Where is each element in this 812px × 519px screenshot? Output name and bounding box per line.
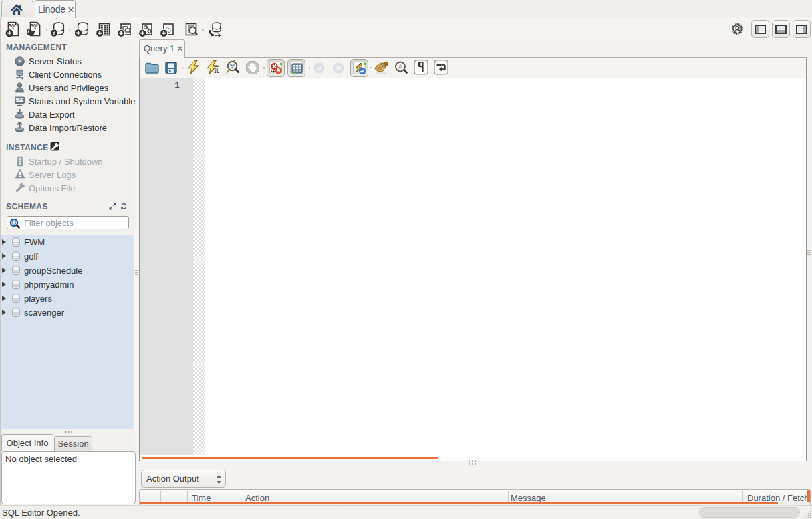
svg-text:i: i xyxy=(53,30,55,37)
svg-text:SQL: SQL xyxy=(31,23,39,29)
svg-text:SQL: SQL xyxy=(9,23,16,29)
svg-text:(): () xyxy=(168,27,172,33)
